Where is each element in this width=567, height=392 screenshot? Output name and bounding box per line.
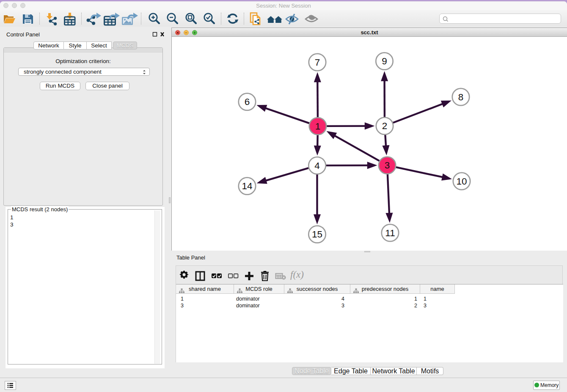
svg-text:1: 1	[315, 121, 321, 132]
svg-text:7: 7	[315, 57, 320, 68]
svg-text:9: 9	[382, 56, 387, 66]
svg-text:8: 8	[458, 92, 464, 102]
svg-text:10: 10	[456, 176, 467, 187]
svg-text:14: 14	[242, 181, 252, 191]
svg-text:15: 15	[312, 229, 322, 240]
svg-text:3: 3	[385, 160, 390, 171]
svg-text:4: 4	[314, 160, 320, 171]
svg-text:2: 2	[382, 121, 388, 131]
svg-text:11: 11	[385, 228, 395, 238]
svg-text:6: 6	[245, 97, 250, 107]
